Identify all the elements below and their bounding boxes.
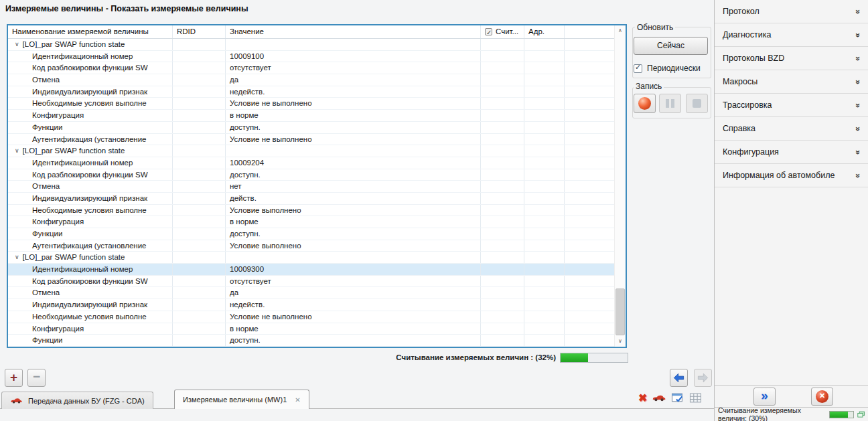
row-rdid (173, 252, 226, 263)
table-row[interactable]: ∨Необходимые условия выполне Условие вып… (8, 205, 614, 217)
sidebar-item-label: Справка (723, 124, 755, 133)
remove-button[interactable]: − (27, 369, 46, 387)
col-header-name[interactable]: Наименование измеряемой величины (8, 25, 173, 38)
col-header-read[interactable]: Счит... (481, 25, 524, 38)
table-scrollbar[interactable]: ∧ ∨ (614, 25, 626, 347)
back-button[interactable] (670, 369, 688, 387)
table-row[interactable]: ∨Конфигурация в норме (8, 216, 614, 228)
table-row[interactable]: ∨[LO]_par SWAP function state (8, 145, 614, 157)
scroll-up-icon[interactable]: ∧ (615, 25, 626, 36)
stop-button[interactable] (686, 94, 708, 113)
table-row[interactable]: ∨Идентификационный номер 10009100 (8, 51, 614, 63)
row-addr (524, 169, 565, 181)
sidebar-item-label: Трассировка (723, 100, 772, 110)
row-rdid (173, 216, 226, 228)
table-row[interactable]: ∨[LO]_par SWAP function state (8, 252, 614, 264)
row-addr (524, 74, 565, 86)
row-addr (524, 216, 565, 228)
sidebar-item-label: Протокол (723, 7, 760, 16)
table-row[interactable]: ∨Функции доступн. (8, 122, 614, 134)
read-all-checkbox[interactable] (485, 28, 492, 35)
sidebar-item-bzd-protocols[interactable]: Протоколы BZD » (715, 47, 868, 70)
row-rdid (173, 311, 226, 323)
pause-button[interactable] (659, 94, 681, 113)
abort-button[interactable] (811, 388, 833, 406)
col-header-addr[interactable]: Адр. (524, 25, 565, 38)
window-check-icon[interactable] (671, 392, 684, 404)
expand-all-button[interactable]: » (753, 388, 776, 406)
periodic-checkbox[interactable] (634, 64, 642, 73)
table-row[interactable]: ∨Отмена да (8, 287, 614, 299)
row-name: Необходимые условия выполне (32, 99, 147, 107)
car-icon[interactable] (652, 394, 666, 402)
table-row[interactable]: ∨Индивидуализирующий признак действ. (8, 193, 614, 205)
row-name: Функции (32, 230, 62, 238)
row-addr (524, 252, 565, 263)
row-read (481, 169, 524, 181)
table-row[interactable]: ∨Функции доступн. (8, 335, 614, 347)
scroll-down-icon[interactable]: ∨ (615, 336, 626, 347)
measured-values-table: Наименование измеряемой величины RDID Зн… (7, 24, 627, 348)
row-name: Индивидуализирующий признак (32, 88, 147, 96)
chevron-double-down-icon: » (853, 127, 863, 131)
row-name: Идентификационный номер (32, 52, 133, 60)
row-rdid (173, 335, 226, 346)
status-progress-fill (830, 412, 848, 418)
table-row[interactable]: ∨Индивидуализирующий признак недейств. (8, 86, 614, 98)
sidebar-item-vehicle-info[interactable]: Информация об автомобиле » (715, 164, 868, 187)
table-row[interactable]: ∨Аутентификация (установление Условие не… (8, 134, 614, 146)
sidebar-item-macros[interactable]: Макросы » (715, 70, 868, 94)
table-row[interactable]: ∨Необходимые условия выполне Условие не … (8, 311, 614, 323)
row-read (481, 311, 524, 323)
table-row[interactable]: ∨Функции доступн. (8, 228, 614, 240)
table-row[interactable]: ∨Код разблокировки функции SW доступн. (8, 169, 614, 181)
row-read (481, 74, 524, 86)
table-row[interactable]: ∨Аутентификация (установление Условие вы… (8, 240, 614, 252)
table-row[interactable]: ∨Код разблокировки функции SW отсутствуе… (8, 276, 614, 288)
expander-icon[interactable]: ∨ (15, 147, 19, 154)
row-addr (524, 39, 565, 50)
row-value: 10009300 (226, 264, 481, 275)
record-button[interactable] (634, 94, 656, 113)
tab-close-icon[interactable]: ✕ (295, 396, 300, 404)
scrollbar-thumb[interactable] (616, 288, 625, 335)
sidebar-item-protocol[interactable]: Протокол » (715, 0, 868, 23)
sidebar-item-diagnostics[interactable]: Диагностика » (715, 23, 868, 47)
table-row[interactable]: ∨[LO]_par SWAP function state (8, 39, 614, 51)
row-read (481, 110, 524, 121)
table-row[interactable]: ∨Необходимые условия выполне Условие не … (8, 98, 614, 110)
row-read (481, 39, 524, 50)
grid-icon[interactable] (689, 393, 703, 404)
row-rdid (173, 39, 226, 50)
delete-icon[interactable]: ✖ (638, 393, 647, 404)
row-rdid (173, 299, 226, 311)
refresh-now-button[interactable]: Сейчас (634, 37, 708, 55)
expander-icon[interactable]: ∨ (15, 254, 19, 260)
periodic-row: Периодически (634, 64, 701, 73)
table-row[interactable]: ∨Идентификационный номер 10009204 (8, 157, 614, 169)
sidebar-item-label: Информация об автомобиле (723, 171, 835, 180)
expander-icon[interactable]: ∨ (15, 41, 19, 48)
table-row[interactable]: ∨Индивидуализирующий признак недейств. (8, 299, 614, 311)
table-row[interactable]: ∨Идентификационный номер 10009300 (8, 264, 614, 276)
tab-fzg-cda[interactable]: Передача данных БУ (FZG - CDA) (1, 392, 153, 409)
row-value (226, 252, 481, 263)
sidebar-item-configuration[interactable]: Конфигурация » (715, 141, 868, 164)
table-row[interactable]: ∨Конфигурация в норме (8, 110, 614, 122)
sidebar-item-help[interactable]: Справка » (715, 117, 868, 141)
row-name: Аутентификация (установление (32, 135, 146, 143)
table-row[interactable]: ∨Отмена да (8, 74, 614, 86)
table-row[interactable]: ∨Отмена нет (8, 181, 614, 193)
tab-measured-values[interactable]: Измеряемые величины (MW)1 ✕ (174, 390, 309, 409)
sidebar-item-tracing[interactable]: Трассировка » (715, 94, 868, 117)
mw-table-body: ∨[LO]_par SWAP function state ∨Идентифик… (8, 39, 614, 347)
col-header-rdid[interactable]: RDID (173, 25, 226, 38)
col-header-value[interactable]: Значение (226, 25, 481, 38)
table-row[interactable]: ∨Код разблокировки функции SW отсутствуе… (8, 62, 614, 74)
row-read (481, 98, 524, 109)
forward-button[interactable] (694, 369, 712, 387)
row-value: в норме (226, 323, 481, 335)
add-button[interactable]: + (5, 369, 23, 387)
row-rdid (173, 169, 226, 181)
table-row[interactable]: ∨Конфигурация в норме (8, 323, 614, 335)
